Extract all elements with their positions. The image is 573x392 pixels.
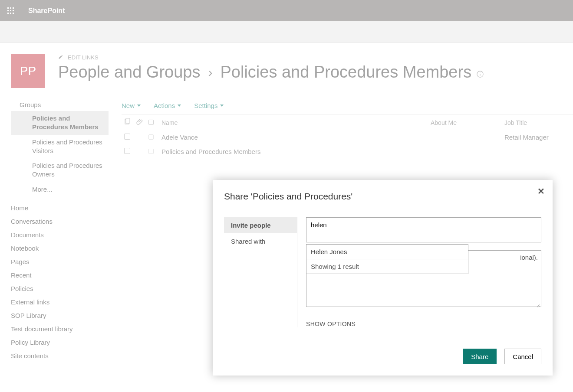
cancel-button[interactable]: Cancel [504, 349, 541, 364]
people-picker-input[interactable] [306, 217, 541, 242]
share-button[interactable]: Share [463, 349, 497, 364]
show-options-toggle[interactable]: SHOW OPTIONS [306, 320, 541, 327]
suggestion-item[interactable]: Helen Jones [306, 245, 468, 259]
people-picker-suggestions: Helen Jones Showing 1 result [306, 244, 468, 274]
resize-handle-icon[interactable] [536, 303, 540, 307]
close-icon[interactable]: ✕ [537, 186, 545, 196]
share-dialog: Share 'Policies and Procedures' ✕ Invite… [213, 180, 553, 376]
dialog-tabs: Invite people Shared with [224, 217, 297, 327]
tab-shared-with[interactable]: Shared with [224, 233, 297, 249]
tab-invite-people[interactable]: Invite people [224, 217, 297, 233]
suggestion-footer: Showing 1 result [306, 259, 468, 274]
dialog-title: Share 'Policies and Procedures' [224, 191, 541, 202]
